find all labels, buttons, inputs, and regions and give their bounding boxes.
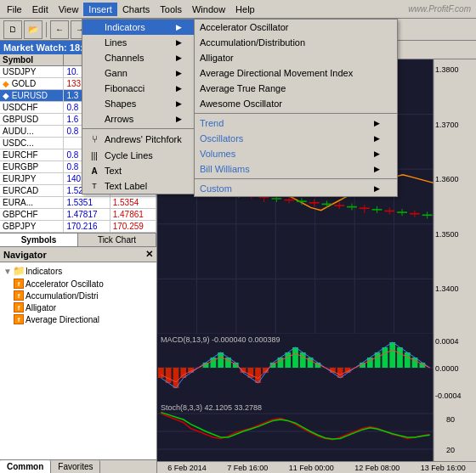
nav-item[interactable]: f Accelerator Oscillato [12, 278, 155, 290]
ind-item-oscillators[interactable]: Oscillators ▶ [195, 131, 397, 146]
menu-item-text[interactable]: A Text [82, 163, 199, 178]
nav-indicators-label: Indicators [26, 267, 62, 276]
menu-item-lines[interactable]: Lines ▶ [82, 35, 199, 50]
submenu-arrow: ▶ [167, 53, 182, 62]
market-row[interactable]: EURA... 1.5351 1.5354 [0, 197, 156, 209]
bid-eura: 1.5351 [64, 197, 110, 209]
navigator-tabs: Common Favorites [0, 459, 156, 473]
time-label-5: 13 Feb 16:00 [421, 464, 466, 472]
tab-common[interactable]: Common [0, 460, 51, 473]
text-icon: A [88, 166, 101, 176]
ask-gbpchf: 1.47861 [110, 209, 156, 221]
pitchfork-icon: ⑂ [88, 133, 101, 145]
nav-tree: ▼ 📁 Indicators f Accelerator Oscillato f… [0, 262, 156, 327]
menu-item-channels[interactable]: Channels ▶ [82, 50, 199, 65]
submenu-arrow: ▶ [167, 38, 182, 47]
menu-help[interactable]: Help [230, 3, 260, 16]
symbol-usdjpy: USDJPY [0, 66, 64, 78]
ind-item-awesome[interactable]: Awesome Oscillator [195, 96, 397, 111]
market-row[interactable]: GBPJPY 170.216 170.259 [0, 221, 156, 233]
toolbar-open[interactable]: 📂 [24, 20, 42, 39]
tab-symbols[interactable]: Symbols [0, 234, 78, 246]
symbol-usdc: USDC... [0, 138, 64, 149]
submenu-arrow: ▶ [167, 84, 182, 93]
ind-item-alligator[interactable]: Alligator [195, 50, 397, 65]
menu-file[interactable]: File [2, 3, 27, 16]
market-watch-tabs: Symbols Tick Chart [0, 233, 156, 246]
menu-item-indicators[interactable]: Indicators ▶ [82, 20, 199, 35]
navigator-body: ▼ 📁 Indicators f Accelerator Oscillato f… [0, 262, 156, 459]
stoch-label: Stoch(8,3,3) 42.1205 33.2788 [161, 403, 262, 412]
expand-icon: ▼ [3, 267, 12, 276]
symbol-audu: AUDU... [0, 126, 64, 138]
ask-eura: 1.5354 [110, 197, 156, 209]
toolbar-arrow-left[interactable]: ← [50, 20, 69, 39]
logo-text: www.ProfitF.com [408, 4, 471, 14]
tab-tick-chart[interactable]: Tick Chart [78, 234, 156, 246]
ask-gbpjpy: 170.259 [110, 221, 156, 233]
ind-item-atr[interactable]: Average True Range [195, 81, 397, 96]
symbol-gbpchf: GBPCHF [0, 209, 64, 221]
navigator-close-icon[interactable]: ✕ [145, 249, 153, 260]
ind-item-trend[interactable]: Trend ▶ [195, 115, 397, 131]
submenu-arrow: ▶ [167, 69, 182, 77]
time-label-2: 7 Feb 16:00 [227, 464, 268, 472]
ind-item-accumulation[interactable]: Accumulation/Distribution [195, 35, 397, 50]
ind-item-volumes[interactable]: Volumes ▶ [195, 146, 397, 161]
indicator-icon: f [14, 290, 24, 301]
submenu-arrow: ▶ [167, 115, 182, 123]
cycle-icon: ||| [88, 151, 101, 160]
nav-item[interactable]: f Accumulation/Distri [12, 290, 155, 301]
nav-item[interactable]: f Alligator [12, 301, 155, 313]
menu-view[interactable]: View [54, 3, 84, 16]
time-label-4: 12 Feb 08:00 [354, 464, 400, 472]
volumes-arrow: ▶ [366, 149, 380, 158]
nav-item[interactable]: f Average Directional [12, 313, 155, 325]
folder-icon: 📁 [13, 265, 26, 277]
indicator-icon: f [14, 302, 24, 313]
menu-item-arrows[interactable]: Arrows ▶ [82, 111, 199, 127]
macd-chart: MACD(8,13,9) -0.000040 0.000389 [157, 334, 476, 402]
trend-arrow: ▶ [366, 119, 380, 127]
symbol-gold: ◆ GOLD [0, 78, 64, 90]
menu-insert[interactable]: Insert [83, 3, 117, 16]
stoch-chart: Stoch(8,3,3) 42.1205 33.2788 [157, 402, 476, 461]
nav-item-label: Average Directional [26, 315, 99, 324]
menu-charts[interactable]: Charts [117, 3, 155, 16]
symbol-gbpjpy: GBPJPY [0, 221, 64, 233]
menu-item-cycle-lines[interactable]: ||| Cycle Lines [82, 148, 199, 163]
navigator-title: Navigator [3, 250, 47, 260]
menu-edit[interactable]: Edit [27, 3, 54, 16]
menu-item-gann[interactable]: Gann ▶ [82, 65, 199, 81]
symbol-eura: EURA... [0, 197, 64, 209]
submenu-arrow: ▶ [167, 23, 182, 31]
menubar: File Edit View Insert Charts Tools Windo… [0, 0, 476, 19]
time-axis: 6 Feb 2014 7 Feb 16:00 11 Feb 00:00 12 F… [157, 461, 476, 473]
oscillators-arrow: ▶ [366, 134, 380, 143]
symbol-eurcad: EURCAD [0, 185, 64, 197]
nav-item-label: Alligator [26, 303, 56, 313]
menu-item-fibonacci[interactable]: Fibonacci ▶ [82, 81, 199, 96]
ind-item-accelerator[interactable]: Accelerator Oscillator [195, 20, 397, 35]
nav-item-label: Accelerator Oscillato [26, 279, 104, 289]
toolbar-new-chart[interactable]: 🗋 [3, 20, 22, 39]
symbol-gbpusd: GBPUSD [0, 114, 64, 126]
menu-window[interactable]: Window [187, 3, 230, 16]
ind-item-bill-williams[interactable]: Bill Williams ▶ [195, 161, 397, 177]
menu-separator [82, 128, 199, 129]
market-row[interactable]: GBPCHF 1.47817 1.47861 [0, 209, 156, 221]
ind-separator-2 [195, 178, 397, 179]
menu-item-text-label[interactable]: T Text Label [82, 178, 199, 194]
nav-indicators-root[interactable]: ▼ 📁 Indicators [2, 264, 155, 278]
ind-item-admi[interactable]: Average Directional Movement Index [195, 65, 397, 81]
indicator-icon: f [14, 279, 24, 289]
menu-tools[interactable]: Tools [155, 3, 187, 16]
macd-label: MACD(8,13,9) -0.000040 0.000389 [161, 335, 280, 344]
indicator-icon: f [14, 314, 24, 324]
tab-favorites[interactable]: Favorites [51, 460, 100, 473]
ind-item-custom[interactable]: Custom ▶ [195, 181, 397, 196]
nav-item-label: Accumulation/Distri [26, 291, 99, 301]
bid-gbpchf: 1.47817 [64, 209, 110, 221]
menu-item-andrews[interactable]: ⑂ Andrews' Pitchfork [82, 131, 199, 148]
menu-item-shapes[interactable]: Shapes ▶ [82, 96, 199, 111]
